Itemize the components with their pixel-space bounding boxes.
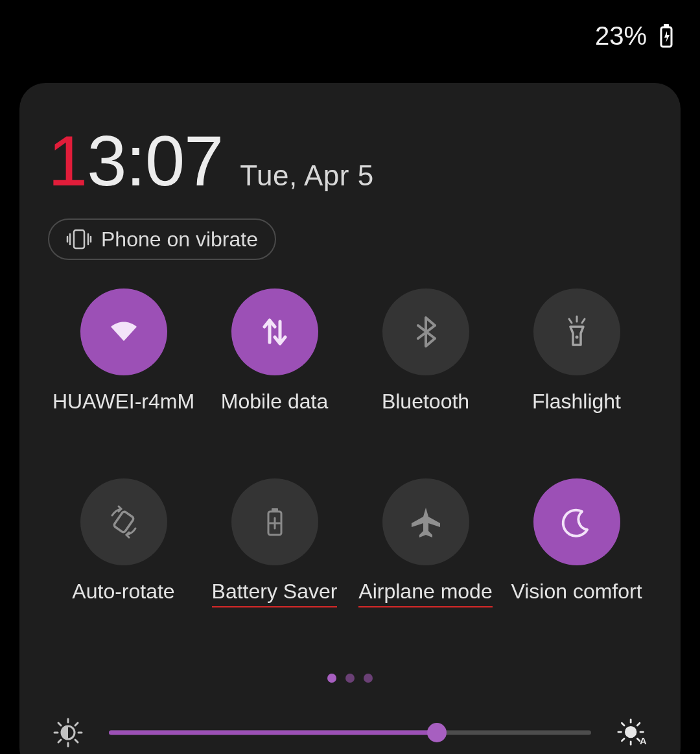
tile-mobile-data[interactable]: Mobile data [199,289,350,414]
brightness-slider-thumb[interactable] [427,723,447,742]
clock-date: Tue, Apr 5 [240,159,373,192]
status-bar: 23% [0,0,700,71]
battery-percentage: 23% [595,21,647,51]
flashlight-icon [557,312,596,351]
tile-button-flashlight[interactable] [533,289,620,375]
tile-label: Battery Saver [212,580,338,604]
quick-settings-tiles: HUAWEI-r4mMMobile dataBluetoothFlashligh… [48,289,652,604]
quick-settings-panel: 13:07 Tue, Apr 5 Phone on vibrate HUAWEI… [19,83,681,754]
tile-bluetooth[interactable]: Bluetooth [350,289,501,414]
battery-charging-icon [657,22,675,49]
tile-label: Mobile data [221,390,328,414]
rotate-icon [104,502,143,541]
tile-button-vision-comfort[interactable] [533,478,620,565]
clock-time: 13:07 [48,119,223,202]
tile-button-battery-saver[interactable] [231,478,318,565]
bluetooth-icon [406,312,445,351]
tile-label: Airplane mode [358,580,492,604]
vibrate-icon [66,226,92,252]
tile-label: Vision comfort [511,580,642,604]
tile-flashlight[interactable]: Flashlight [501,289,652,414]
clock-row[interactable]: 13:07 Tue, Apr 5 [48,119,652,202]
moon-icon [557,502,596,541]
tile-label: Auto-rotate [72,580,174,604]
tile-label: Flashlight [532,390,621,414]
pager-dot[interactable] [345,674,355,683]
ringer-mode-label: Phone on vibrate [101,228,258,252]
tile-vision-comfort[interactable]: Vision comfort [501,478,652,604]
pager-dot[interactable] [364,674,373,683]
ringer-mode-chip[interactable]: Phone on vibrate [48,218,276,260]
tile-button-bluetooth[interactable] [382,289,469,375]
tile-auto-rotate[interactable]: Auto-rotate [48,478,199,604]
tile-wifi[interactable]: HUAWEI-r4mM [48,289,199,414]
brightness-auto-icon[interactable] [617,718,647,748]
battery-plus-icon [255,502,294,541]
tile-label: HUAWEI-r4mM [52,390,194,414]
airplane-icon [406,502,445,541]
tile-button-auto-rotate[interactable] [80,478,167,565]
brightness-low-icon[interactable] [53,718,83,748]
mobile-data-icon [255,312,294,351]
wifi-icon [104,312,143,351]
tile-label: Bluetooth [382,390,469,414]
pager-dot[interactable] [327,674,336,683]
tile-button-airplane[interactable] [382,478,469,565]
tile-battery-saver[interactable]: Battery Saver [199,478,350,604]
brightness-row [48,718,652,748]
brightness-slider[interactable] [109,725,591,740]
tile-airplane[interactable]: Airplane mode [350,478,501,604]
tile-button-mobile-data[interactable] [231,289,318,375]
pager-dots[interactable] [48,674,652,683]
tile-button-wifi[interactable] [80,289,167,375]
